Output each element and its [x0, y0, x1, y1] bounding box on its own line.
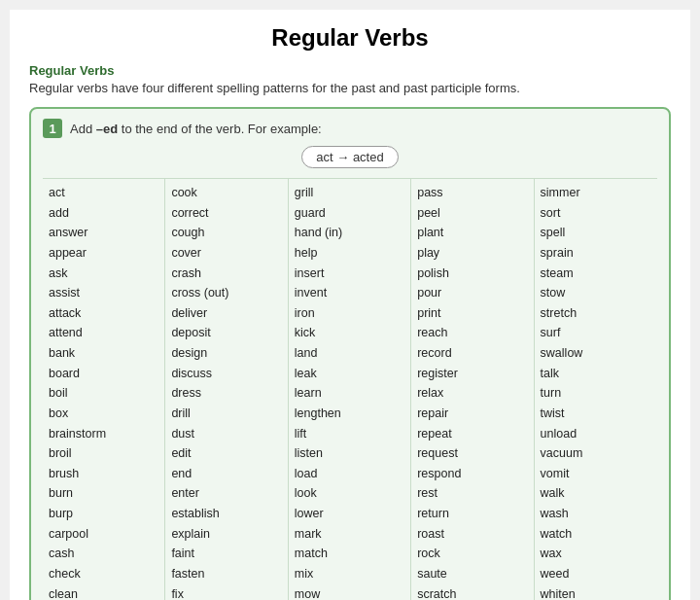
word-item: stretch: [541, 303, 651, 324]
word-item: play: [417, 243, 527, 264]
word-item: deposit: [171, 323, 281, 343]
rule-header: 1 Add –ed to the end of the verb. For ex…: [43, 119, 657, 138]
word-item: hand (in): [295, 223, 404, 243]
word-column-2: grillguardhand (in)helpinsertinventironk…: [289, 179, 411, 600]
word-item: steam: [541, 264, 651, 284]
word-item: request: [417, 443, 527, 464]
word-item: crash: [171, 264, 281, 284]
word-item: print: [417, 303, 527, 324]
word-item: watch: [541, 524, 651, 545]
word-item: sprain: [541, 243, 651, 264]
example-box: act → acted: [43, 146, 657, 168]
word-item: reach: [417, 323, 527, 343]
word-item: discuss: [171, 364, 281, 384]
word-item: repair: [417, 404, 527, 424]
word-item: talk: [541, 364, 651, 384]
word-item: fasten: [171, 564, 281, 584]
word-item: brainstorm: [49, 424, 158, 444]
word-item: leak: [295, 364, 404, 384]
word-item: sort: [541, 203, 651, 224]
word-item: attend: [49, 323, 158, 343]
rule-text-before: Add: [70, 122, 96, 136]
word-item: ask: [49, 264, 158, 284]
word-item: bank: [49, 343, 158, 364]
word-item: grill: [295, 183, 404, 203]
word-item: rest: [417, 483, 527, 504]
word-item: register: [417, 364, 527, 384]
word-item: cough: [171, 223, 281, 243]
word-item: match: [295, 544, 404, 564]
rule-text-after: to the end of the verb. For example:: [118, 122, 322, 136]
word-item: mow: [295, 584, 404, 601]
word-item: deliver: [171, 303, 281, 324]
word-item: boil: [49, 383, 158, 404]
word-item: return: [417, 504, 527, 524]
word-item: help: [295, 243, 404, 264]
word-item: correct: [171, 203, 281, 224]
word-item: insert: [295, 264, 404, 284]
word-item: burp: [49, 504, 158, 524]
word-item: wash: [541, 504, 651, 524]
word-item: load: [295, 464, 404, 484]
rule-number: 1: [43, 119, 62, 138]
word-item: cash: [49, 544, 158, 564]
word-item: kick: [295, 323, 404, 343]
word-item: simmer: [541, 183, 651, 203]
word-item: faint: [171, 544, 281, 564]
word-item: drill: [171, 404, 281, 424]
word-item: dress: [171, 383, 281, 404]
word-item: appear: [49, 243, 158, 264]
word-item: end: [171, 464, 281, 484]
rule-text: Add –ed to the end of the verb. For exam…: [70, 122, 322, 136]
word-item: pass: [417, 183, 527, 203]
word-item: learn: [295, 383, 404, 404]
word-item: surf: [541, 323, 651, 343]
word-item: roast: [417, 524, 527, 545]
page-title: Regular Verbs: [29, 24, 671, 52]
word-item: unload: [541, 424, 651, 444]
word-item: record: [417, 343, 527, 364]
word-item: mix: [295, 564, 404, 584]
word-item: stow: [541, 283, 651, 303]
word-item: peel: [417, 203, 527, 224]
word-item: cover: [171, 243, 281, 264]
word-item: pour: [417, 283, 527, 303]
word-item: saute: [417, 564, 527, 584]
word-item: burn: [49, 483, 158, 504]
word-item: box: [49, 404, 158, 424]
word-item: add: [49, 203, 158, 224]
word-item: lower: [295, 504, 404, 524]
word-item: cross (out): [171, 283, 281, 303]
word-item: land: [295, 343, 404, 364]
word-item: brush: [49, 464, 158, 484]
word-item: guard: [295, 203, 404, 224]
word-item: lift: [295, 424, 404, 444]
word-item: weed: [541, 564, 651, 584]
word-item: act: [49, 183, 158, 203]
word-item: rock: [417, 544, 527, 564]
word-item: carpool: [49, 524, 158, 545]
word-item: whiten: [541, 584, 651, 601]
rule-emphasis: –ed: [96, 122, 118, 136]
word-item: enter: [171, 483, 281, 504]
word-item: vomit: [541, 464, 651, 484]
word-column-1: cookcorrectcoughcovercrashcross (out)del…: [165, 179, 288, 600]
word-item: board: [49, 364, 158, 384]
word-item: attack: [49, 303, 158, 324]
word-item: look: [295, 483, 404, 504]
word-item: wax: [541, 544, 651, 564]
word-item: fix: [171, 584, 281, 601]
word-item: dust: [171, 424, 281, 444]
rule-box: 1 Add –ed to the end of the verb. For ex…: [29, 107, 671, 600]
section-desc: Regular verbs have four different spelli…: [29, 81, 671, 95]
word-item: invent: [295, 283, 404, 303]
word-item: vacuum: [541, 443, 651, 464]
word-item: walk: [541, 483, 651, 504]
word-grid: actaddanswerappearaskassistattackattendb…: [43, 178, 657, 600]
word-item: plant: [417, 223, 527, 243]
word-item: explain: [171, 524, 281, 545]
word-item: spell: [541, 223, 651, 243]
word-item: clean: [49, 584, 158, 601]
word-item: scratch: [417, 584, 527, 601]
word-item: relax: [417, 383, 527, 404]
